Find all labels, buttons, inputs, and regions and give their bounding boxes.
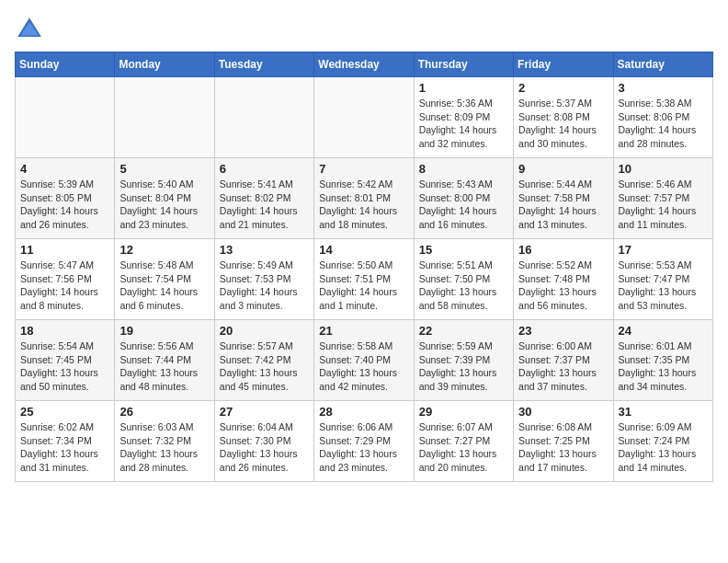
day-number: 8 xyxy=(419,162,508,176)
day-info: Sunrise: 6:09 AM Sunset: 7:24 PM Dayligh… xyxy=(619,420,708,475)
calendar-cell: 21Sunrise: 5:58 AM Sunset: 7:40 PM Dayli… xyxy=(314,320,414,401)
day-info: Sunrise: 5:44 AM Sunset: 7:58 PM Dayligh… xyxy=(518,178,608,232)
day-info: Sunrise: 5:59 AM Sunset: 7:39 PM Dayligh… xyxy=(419,339,508,394)
day-number: 20 xyxy=(220,324,309,338)
calendar-cell: 5Sunrise: 5:40 AM Sunset: 8:04 PM Daylig… xyxy=(115,158,214,239)
calendar-week-row: 18Sunrise: 5:54 AM Sunset: 7:45 PM Dayli… xyxy=(16,320,713,401)
weekday-header-thursday: Thursday xyxy=(414,52,513,77)
day-number: 21 xyxy=(319,324,408,338)
day-number: 11 xyxy=(20,243,109,257)
day-info: Sunrise: 5:40 AM Sunset: 8:04 PM Dayligh… xyxy=(119,178,209,232)
day-info: Sunrise: 6:06 AM Sunset: 7:29 PM Dayligh… xyxy=(319,420,408,475)
day-number: 29 xyxy=(419,405,508,419)
calendar-week-row: 4Sunrise: 5:39 AM Sunset: 8:05 PM Daylig… xyxy=(16,158,713,239)
calendar-cell: 9Sunrise: 5:44 AM Sunset: 7:58 PM Daylig… xyxy=(514,158,613,239)
day-info: Sunrise: 5:49 AM Sunset: 7:53 PM Dayligh… xyxy=(220,259,309,313)
calendar-cell: 16Sunrise: 5:52 AM Sunset: 7:48 PM Dayli… xyxy=(514,239,613,320)
calendar-cell: 6Sunrise: 5:41 AM Sunset: 8:02 PM Daylig… xyxy=(214,158,313,239)
calendar-cell: 19Sunrise: 5:56 AM Sunset: 7:44 PM Dayli… xyxy=(115,320,214,401)
day-number: 2 xyxy=(518,81,608,95)
calendar-cell: 1Sunrise: 5:36 AM Sunset: 8:09 PM Daylig… xyxy=(414,77,513,158)
calendar-week-row: 11Sunrise: 5:47 AM Sunset: 7:56 PM Dayli… xyxy=(16,239,713,320)
day-info: Sunrise: 5:54 AM Sunset: 7:45 PM Dayligh… xyxy=(20,339,109,394)
day-info: Sunrise: 5:42 AM Sunset: 8:01 PM Dayligh… xyxy=(319,178,408,232)
day-number: 16 xyxy=(518,243,608,257)
day-info: Sunrise: 6:02 AM Sunset: 7:34 PM Dayligh… xyxy=(20,420,109,475)
calendar-cell: 12Sunrise: 5:48 AM Sunset: 7:54 PM Dayli… xyxy=(115,239,214,320)
day-info: Sunrise: 5:43 AM Sunset: 8:00 PM Dayligh… xyxy=(419,178,508,232)
calendar-week-row: 25Sunrise: 6:02 AM Sunset: 7:34 PM Dayli… xyxy=(16,401,713,482)
logo-icon xyxy=(15,15,44,44)
day-number: 7 xyxy=(319,162,408,176)
calendar-cell: 13Sunrise: 5:49 AM Sunset: 7:53 PM Dayli… xyxy=(214,239,313,320)
day-number: 22 xyxy=(419,324,508,338)
calendar-cell: 20Sunrise: 5:57 AM Sunset: 7:42 PM Dayli… xyxy=(214,320,313,401)
calendar-cell: 17Sunrise: 5:53 AM Sunset: 7:47 PM Dayli… xyxy=(613,239,712,320)
day-info: Sunrise: 6:03 AM Sunset: 7:32 PM Dayligh… xyxy=(119,420,209,475)
day-info: Sunrise: 5:47 AM Sunset: 7:56 PM Dayligh… xyxy=(20,259,109,313)
day-info: Sunrise: 5:51 AM Sunset: 7:50 PM Dayligh… xyxy=(419,259,508,313)
day-number: 1 xyxy=(419,81,508,95)
day-info: Sunrise: 5:57 AM Sunset: 7:42 PM Dayligh… xyxy=(220,339,309,394)
day-info: Sunrise: 5:46 AM Sunset: 7:57 PM Dayligh… xyxy=(619,178,708,232)
day-number: 3 xyxy=(619,81,708,95)
calendar-cell: 10Sunrise: 5:46 AM Sunset: 7:57 PM Dayli… xyxy=(613,158,712,239)
calendar-cell: 28Sunrise: 6:06 AM Sunset: 7:29 PM Dayli… xyxy=(314,401,414,482)
day-info: Sunrise: 6:08 AM Sunset: 7:25 PM Dayligh… xyxy=(518,420,608,475)
calendar-cell: 25Sunrise: 6:02 AM Sunset: 7:34 PM Dayli… xyxy=(16,401,115,482)
day-info: Sunrise: 5:50 AM Sunset: 7:51 PM Dayligh… xyxy=(319,259,408,313)
day-info: Sunrise: 6:00 AM Sunset: 7:37 PM Dayligh… xyxy=(518,339,608,394)
day-number: 18 xyxy=(20,324,109,338)
weekday-header-monday: Monday xyxy=(115,52,214,77)
day-number: 10 xyxy=(619,162,708,176)
day-number: 24 xyxy=(619,324,708,338)
day-number: 27 xyxy=(220,405,309,419)
logo xyxy=(15,15,48,44)
day-number: 19 xyxy=(119,324,209,338)
day-info: Sunrise: 5:36 AM Sunset: 8:09 PM Dayligh… xyxy=(419,97,508,151)
day-number: 12 xyxy=(119,243,209,257)
calendar-cell: 30Sunrise: 6:08 AM Sunset: 7:25 PM Dayli… xyxy=(514,401,613,482)
day-info: Sunrise: 5:53 AM Sunset: 7:47 PM Dayligh… xyxy=(619,259,708,313)
weekday-header-friday: Friday xyxy=(514,52,613,77)
day-number: 23 xyxy=(518,324,608,338)
day-number: 6 xyxy=(220,162,309,176)
day-info: Sunrise: 5:41 AM Sunset: 8:02 PM Dayligh… xyxy=(220,178,309,232)
day-number: 31 xyxy=(619,405,708,419)
calendar-cell xyxy=(16,77,115,158)
day-info: Sunrise: 5:52 AM Sunset: 7:48 PM Dayligh… xyxy=(518,259,608,313)
calendar-cell: 7Sunrise: 5:42 AM Sunset: 8:01 PM Daylig… xyxy=(314,158,414,239)
calendar-cell: 26Sunrise: 6:03 AM Sunset: 7:32 PM Dayli… xyxy=(115,401,214,482)
calendar-week-row: 1Sunrise: 5:36 AM Sunset: 8:09 PM Daylig… xyxy=(16,77,713,158)
calendar-cell: 22Sunrise: 5:59 AM Sunset: 7:39 PM Dayli… xyxy=(414,320,513,401)
calendar-cell: 27Sunrise: 6:04 AM Sunset: 7:30 PM Dayli… xyxy=(214,401,313,482)
calendar-cell: 11Sunrise: 5:47 AM Sunset: 7:56 PM Dayli… xyxy=(16,239,115,320)
day-info: Sunrise: 6:07 AM Sunset: 7:27 PM Dayligh… xyxy=(419,420,508,475)
calendar-cell: 29Sunrise: 6:07 AM Sunset: 7:27 PM Dayli… xyxy=(414,401,513,482)
calendar-cell: 14Sunrise: 5:50 AM Sunset: 7:51 PM Dayli… xyxy=(314,239,414,320)
day-number: 9 xyxy=(518,162,608,176)
calendar-cell: 2Sunrise: 5:37 AM Sunset: 8:08 PM Daylig… xyxy=(514,77,613,158)
calendar-cell: 3Sunrise: 5:38 AM Sunset: 8:06 PM Daylig… xyxy=(613,77,712,158)
page-header xyxy=(15,15,713,44)
day-info: Sunrise: 6:01 AM Sunset: 7:35 PM Dayligh… xyxy=(619,339,708,394)
day-number: 28 xyxy=(319,405,408,419)
day-number: 17 xyxy=(619,243,708,257)
calendar-cell xyxy=(214,77,313,158)
day-info: Sunrise: 5:39 AM Sunset: 8:05 PM Dayligh… xyxy=(20,178,109,232)
day-number: 25 xyxy=(20,405,109,419)
calendar-cell: 8Sunrise: 5:43 AM Sunset: 8:00 PM Daylig… xyxy=(414,158,513,239)
day-number: 15 xyxy=(419,243,508,257)
weekday-header-row: SundayMondayTuesdayWednesdayThursdayFrid… xyxy=(16,52,713,77)
weekday-header-wednesday: Wednesday xyxy=(314,52,414,77)
day-info: Sunrise: 5:37 AM Sunset: 8:08 PM Dayligh… xyxy=(518,97,608,151)
day-number: 5 xyxy=(119,162,209,176)
weekday-header-tuesday: Tuesday xyxy=(214,52,313,77)
calendar-table: SundayMondayTuesdayWednesdayThursdayFrid… xyxy=(15,52,713,482)
calendar-cell xyxy=(115,77,214,158)
calendar-cell: 31Sunrise: 6:09 AM Sunset: 7:24 PM Dayli… xyxy=(613,401,712,482)
day-info: Sunrise: 5:38 AM Sunset: 8:06 PM Dayligh… xyxy=(619,97,708,151)
calendar-cell: 4Sunrise: 5:39 AM Sunset: 8:05 PM Daylig… xyxy=(16,158,115,239)
day-number: 4 xyxy=(20,162,109,176)
day-info: Sunrise: 6:04 AM Sunset: 7:30 PM Dayligh… xyxy=(220,420,309,475)
